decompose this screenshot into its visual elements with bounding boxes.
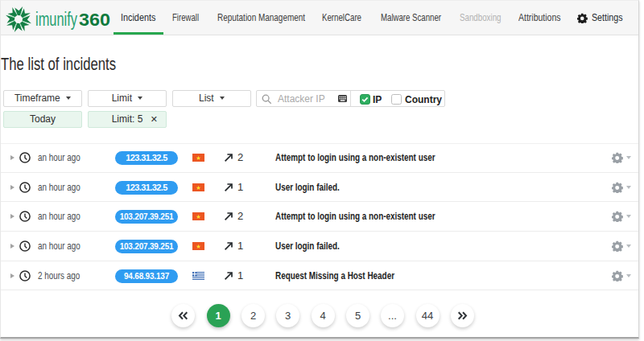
svg-text:360: 360 (79, 10, 110, 30)
svg-text:imunify: imunify (35, 9, 77, 30)
